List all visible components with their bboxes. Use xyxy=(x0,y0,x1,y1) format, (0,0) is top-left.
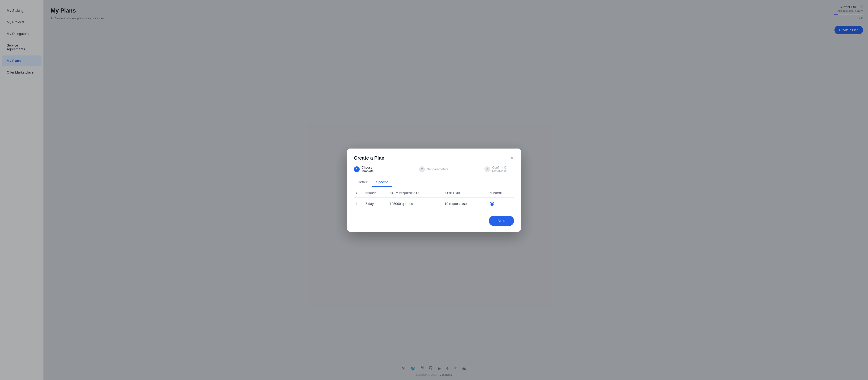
close-modal-button[interactable]: × xyxy=(509,154,514,162)
modal-footer: Next xyxy=(347,210,521,232)
tab-default[interactable]: Default xyxy=(354,178,372,187)
create-plan-modal: Create a Plan × 1 Choose template 2 Set … xyxy=(347,148,521,232)
step-1-number: 1 xyxy=(354,166,360,172)
modal-tabs: Default Specific xyxy=(347,178,521,187)
modal-overlay: Create a Plan × 1 Choose template 2 Set … xyxy=(0,0,868,380)
step-3: 3 Confirm On MetaMask xyxy=(485,166,514,173)
next-button[interactable]: Next xyxy=(489,216,514,226)
step-3-number: 3 xyxy=(485,166,490,172)
cell-rate-limit: 10 requests/sec xyxy=(443,198,488,210)
tab-specific[interactable]: Specific xyxy=(372,178,392,187)
step-1-label: Choose template xyxy=(362,166,383,173)
step-divider-2 xyxy=(452,169,482,169)
plan-table: # PERIOD DAILY REQUEST CAP RATE LIMIT CH… xyxy=(354,189,514,210)
cell-num: 1 xyxy=(354,198,364,210)
step-2-number: 2 xyxy=(419,166,425,172)
table-body: 1 7 days 125000 queries 10 requests/sec xyxy=(354,198,514,210)
col-header-rate-limit: RATE LIMIT xyxy=(443,189,488,198)
step-1: 1 Choose template xyxy=(354,166,383,173)
col-header-period: PERIOD xyxy=(364,189,388,198)
cell-daily-request-cap: 125000 queries xyxy=(388,198,443,210)
modal-header: Create a Plan × xyxy=(347,148,521,166)
step-2-label: Set parameters xyxy=(427,167,448,171)
col-header-choose: CHOOSE xyxy=(488,189,514,198)
modal-title: Create a Plan xyxy=(354,155,384,161)
step-2: 2 Set parameters xyxy=(419,166,449,172)
modal-steps: 1 Choose template 2 Set parameters 3 Con… xyxy=(347,166,521,178)
plan-table-container: # PERIOD DAILY REQUEST CAP RATE LIMIT CH… xyxy=(347,189,521,210)
col-header-daily-request-cap: DAILY REQUEST CAP xyxy=(388,189,443,198)
step-divider-1 xyxy=(386,169,416,169)
table-row: 1 7 days 125000 queries 10 requests/sec xyxy=(354,198,514,210)
radio-select-row-1[interactable] xyxy=(490,202,494,206)
cell-choose xyxy=(488,198,514,210)
cell-period: 7 days xyxy=(364,198,388,210)
table-header: # PERIOD DAILY REQUEST CAP RATE LIMIT CH… xyxy=(354,189,514,198)
step-3-label: Confirm On MetaMask xyxy=(492,166,514,173)
col-header-num: # xyxy=(354,189,364,198)
